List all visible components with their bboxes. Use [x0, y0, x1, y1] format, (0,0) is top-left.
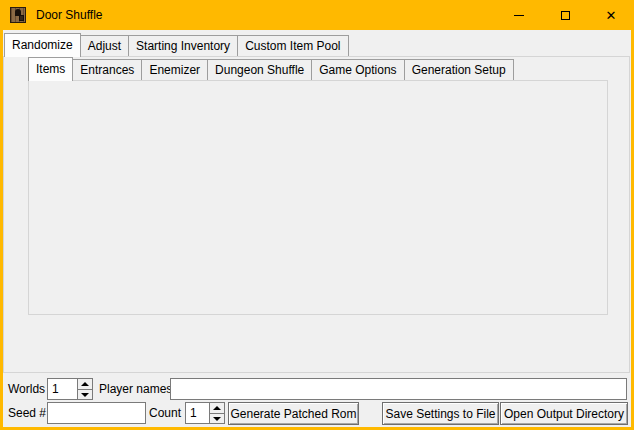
- generate-patched-rom-button[interactable]: Generate Patched Rom: [228, 402, 359, 425]
- title-bar: Door Shuffle ✕: [0, 0, 634, 30]
- app-window: Door Shuffle ✕ Randomize Adjust Starting…: [0, 0, 634, 430]
- player-names-label: Player names: [99, 378, 172, 400]
- minimize-button[interactable]: [496, 0, 542, 30]
- seed-label: Seed #: [8, 402, 46, 424]
- spin-up-icon[interactable]: [78, 379, 92, 390]
- maximize-button[interactable]: [542, 0, 588, 30]
- worlds-spinner-arrows: [77, 379, 92, 399]
- secondary-tab-bar: Items Entrances Enemizer Dungeon Shuffle…: [28, 57, 514, 80]
- tab-generation-setup[interactable]: Generation Setup: [404, 59, 514, 80]
- player-names-input[interactable]: [170, 378, 627, 400]
- tab-starting-inventory[interactable]: Starting Inventory: [128, 35, 238, 56]
- items-page: [28, 80, 608, 315]
- window-controls: ✕: [496, 0, 634, 30]
- tab-enemizer[interactable]: Enemizer: [141, 59, 208, 80]
- worlds-spinner[interactable]: 1: [47, 378, 93, 400]
- spin-up-icon[interactable]: [210, 403, 224, 414]
- minimize-icon: [514, 15, 524, 16]
- save-settings-button[interactable]: Save Settings to File: [382, 402, 499, 425]
- close-icon: ✕: [606, 9, 617, 22]
- tab-items[interactable]: Items: [28, 57, 73, 81]
- count-label: Count: [149, 402, 181, 424]
- count-spinner-arrows: [209, 403, 224, 423]
- spin-down-icon[interactable]: [210, 414, 224, 424]
- spin-down-icon[interactable]: [78, 390, 92, 400]
- tab-dungeon-shuffle[interactable]: Dungeon Shuffle: [207, 59, 312, 80]
- window-title: Door Shuffle: [36, 8, 103, 22]
- maximize-icon: [561, 11, 570, 20]
- door-lock-icon: [19, 15, 24, 21]
- seed-input[interactable]: [47, 402, 146, 424]
- count-spinner[interactable]: 1: [185, 402, 225, 424]
- door-icon: [10, 7, 26, 23]
- tab-custom-item-pool[interactable]: Custom Item Pool: [237, 35, 348, 56]
- tab-entrances[interactable]: Entrances: [72, 59, 142, 80]
- worlds-label: Worlds: [8, 378, 45, 400]
- open-output-directory-button[interactable]: Open Output Directory: [500, 402, 628, 425]
- tab-game-options[interactable]: Game Options: [311, 59, 404, 80]
- client-area: Randomize Adjust Starting Inventory Cust…: [3, 30, 631, 427]
- tab-randomize[interactable]: Randomize: [4, 33, 81, 57]
- tab-adjust[interactable]: Adjust: [80, 35, 129, 56]
- primary-tab-bar: Randomize Adjust Starting Inventory Cust…: [4, 32, 349, 56]
- close-button[interactable]: ✕: [588, 0, 634, 30]
